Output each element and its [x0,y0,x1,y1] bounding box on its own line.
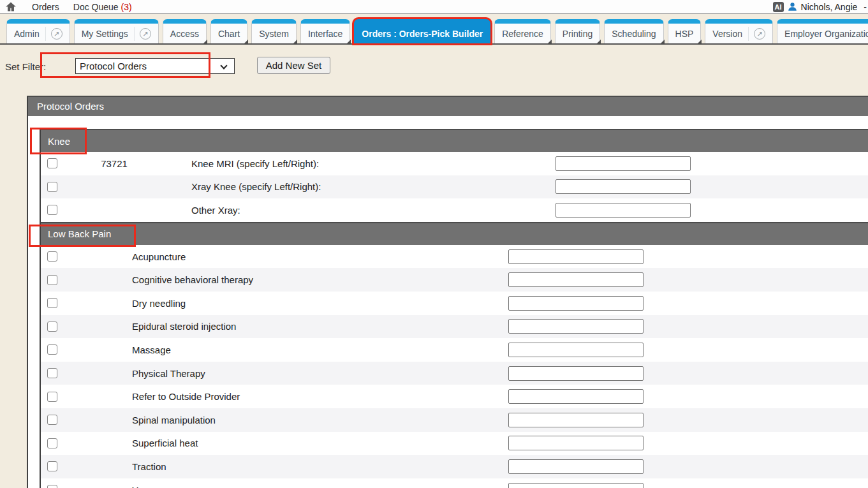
tab-label: Employer Organizations [784,29,868,39]
section-knee: Knee73721Knee MRI (specify Left/Right):X… [41,129,868,222]
order-row-knee-mri-specify-left-right: 73721Knee MRI (specify Left/Right): [41,152,868,175]
order-checkbox[interactable] [47,205,57,215]
tab-printing[interactable]: Printing [555,19,600,43]
order-checkbox[interactable] [47,415,57,425]
order-checkbox[interactable] [47,392,57,402]
home-icon[interactable] [5,1,18,13]
open-in-new-icon[interactable]: ↗ [754,28,765,40]
order-label: Massage [132,344,171,355]
order-checkbox[interactable] [47,298,57,308]
section-header-label: Knee [48,136,70,147]
set-filter-label: Set Filter: [5,61,46,72]
dropdown-corner-icon [243,40,248,45]
tab-label: Admin [14,29,40,39]
filter-bar: Set Filter: Protocol Orders Add New Set [0,45,868,96]
tab-label: Printing [563,29,592,39]
order-checkbox[interactable] [47,438,57,448]
order-label: Yoga [132,485,154,488]
tab-access[interactable]: Access [163,19,207,43]
order-note-input[interactable] [508,389,644,404]
open-in-new-icon[interactable]: ↗ [140,28,151,40]
doc-queue-label: Doc Queue [73,2,119,12]
tab-my-settings[interactable]: My Settings↗ [74,19,159,43]
order-note-input[interactable] [508,319,644,334]
open-in-new-icon[interactable]: ↗ [51,28,63,40]
order-checkbox[interactable] [47,461,57,471]
order-note-input[interactable] [508,459,644,474]
tab-divider [45,27,46,41]
order-row-dry-needling: Dry needling [41,292,868,315]
tab-divider [748,27,749,41]
tab-system[interactable]: System [251,19,297,43]
order-note-input[interactable] [508,436,644,450]
order-label: Physical Therapy [132,368,205,379]
order-note-input[interactable] [508,413,644,427]
tab-reference[interactable]: Reference [494,19,551,43]
order-note-input[interactable] [508,249,644,264]
order-note-input[interactable] [508,366,644,381]
protocol-orders-panel: Protocol Orders Knee73721Knee MRI (speci… [27,96,868,488]
order-checkbox[interactable] [47,275,57,285]
order-code: 73721 [76,158,152,169]
order-checkbox[interactable] [47,182,57,192]
tab-label: Interface [308,29,342,39]
tab-orders-orders-pick-builder[interactable]: Orders : Orders-Pick Builder [354,19,490,43]
tab-chart[interactable]: Chart [210,19,247,43]
order-label: Dry needling [132,298,186,309]
tab-divider [134,27,135,41]
order-note-input[interactable] [508,483,644,488]
order-note-input[interactable] [555,203,691,218]
order-row-other-xray: Other Xray: [41,198,868,222]
order-note-input[interactable] [508,272,644,287]
tab-label: Scheduling [612,29,656,39]
order-note-input[interactable] [508,296,644,311]
tab-employer-organizations[interactable]: Employer Organizations↗ [777,19,868,43]
order-note-input[interactable] [508,343,644,357]
tab-label: HSP [675,29,694,39]
panel-gap [28,116,868,129]
tab-label: System [259,29,289,39]
user-name[interactable]: Nichols, Angie [801,2,858,12]
sections-container: Knee73721Knee MRI (specify Left/Right):X… [40,129,868,488]
tab-label: My Settings [82,29,128,39]
tab-label: Orders : Orders-Pick Builder [362,29,483,39]
menu-orders[interactable]: Orders [32,2,59,12]
menu-doc-queue[interactable]: Doc Queue (3) [73,2,132,12]
order-row-massage: Massage [41,338,868,362]
order-note-input[interactable] [555,179,691,194]
order-label: Spinal manipulation [132,415,216,425]
order-label: Other Xray: [191,205,240,216]
order-checkbox[interactable] [47,158,57,168]
order-row-epidural-steroid-injection: Epidural steroid injection [41,315,868,339]
order-note-input[interactable] [555,156,691,171]
dropdown-corner-icon [202,40,207,45]
dropdown-corner-icon [596,40,601,45]
tab-label: Version [712,29,742,39]
tab-version[interactable]: Version↗ [705,19,773,43]
tab-label: Access [170,29,199,39]
user-menu-dash: - [864,2,867,12]
order-label: Cognitive behavioral therapy [132,274,253,285]
tab-bar: Admin↗My Settings↗AccessChartSystemInter… [0,14,868,45]
section-low-back-pain: Low Back PainAcupunctureCognitive behavi… [41,222,868,488]
tab-scheduling[interactable]: Scheduling [604,19,663,43]
dropdown-corner-icon [292,40,297,45]
order-row-xray-knee-specify-left-right: Xray Knee (specify Left/Right): [41,175,868,199]
dropdown-corner-icon [547,40,552,45]
order-checkbox[interactable] [47,368,57,378]
panel-title: Protocol Orders [28,97,868,116]
order-label: Knee MRI (specify Left/Right): [191,158,319,169]
dropdown-corner-icon [659,40,665,45]
order-checkbox[interactable] [47,485,57,488]
tab-admin[interactable]: Admin↗ [6,19,70,43]
order-checkbox[interactable] [47,251,57,262]
add-new-set-button[interactable]: Add New Set [257,57,330,74]
order-label: Acupuncture [132,251,186,262]
section-header-low-back-pain: Low Back Pain [41,222,868,245]
topbar: Orders Doc Queue (3) AI Nichols, Angie - [0,0,868,14]
order-checkbox[interactable] [47,344,57,355]
set-filter-select[interactable]: Protocol Orders [75,58,235,74]
tab-hsp[interactable]: HSP [668,19,702,43]
order-checkbox[interactable] [47,322,57,332]
tab-interface[interactable]: Interface [300,19,350,43]
